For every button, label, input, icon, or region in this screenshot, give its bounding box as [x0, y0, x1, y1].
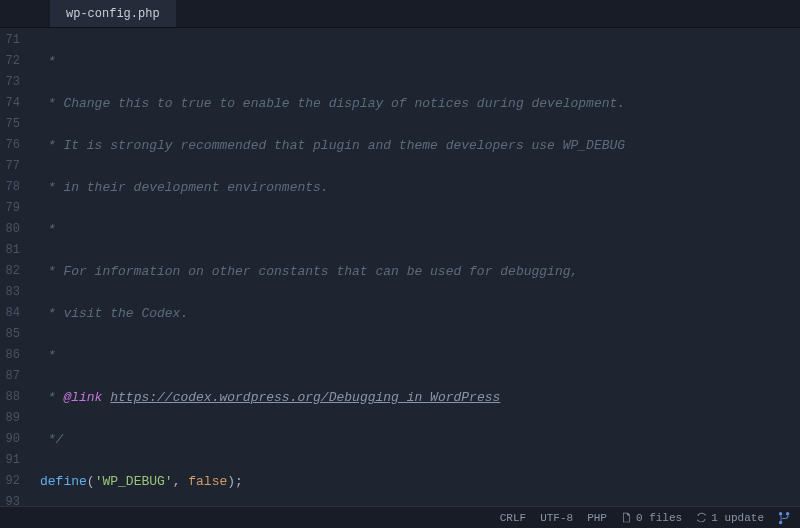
line-number: 75	[5, 114, 20, 135]
line-number: 90	[5, 429, 20, 450]
line-number: 80	[5, 219, 20, 240]
line-number: 92	[5, 471, 20, 492]
line-number: 87	[5, 366, 20, 387]
line-number: 88	[5, 387, 20, 408]
code-line: * visit the Codex.	[40, 303, 800, 324]
line-number: 73	[5, 72, 20, 93]
line-number: 79	[5, 198, 20, 219]
code-line: *	[40, 345, 800, 366]
status-git-files[interactable]: 0 files	[621, 512, 682, 524]
code-line: * Change this to true to enable the disp…	[40, 93, 800, 114]
line-number: 93	[5, 492, 20, 506]
line-number: 85	[5, 324, 20, 345]
line-number: 86	[5, 345, 20, 366]
editor-pane[interactable]: 71 72 73 74 75 76 77 78 79 80 81 82 83 8…	[0, 28, 800, 506]
git-branch-icon[interactable]	[778, 511, 792, 525]
status-line-ending[interactable]: CRLF	[500, 512, 526, 524]
line-number: 74	[5, 93, 20, 114]
code-line: */	[40, 429, 800, 450]
line-number: 83	[5, 282, 20, 303]
code-line: *	[40, 219, 800, 240]
tab-bar: wp-config.php	[0, 0, 800, 28]
code-line: * For information on other constants tha…	[40, 261, 800, 282]
code-area[interactable]: * * Change this to true to enable the di…	[30, 28, 800, 506]
code-line: define('WP_DEBUG', false);	[40, 471, 800, 492]
line-number: 72	[5, 51, 20, 72]
code-line: * @link https://codex.wordpress.org/Debu…	[40, 387, 800, 408]
line-number: 71	[5, 30, 20, 51]
doc-link[interactable]: https://codex.wordpress.org/Debugging_in…	[110, 390, 500, 405]
status-bar: CRLF UTF-8 PHP 0 files 1 update	[0, 506, 800, 528]
line-number: 91	[5, 450, 20, 471]
tab-filename: wp-config.php	[66, 7, 160, 21]
code-line: * in their development environments.	[40, 177, 800, 198]
tab-spacer	[0, 0, 50, 27]
line-number: 77	[5, 156, 20, 177]
line-number: 76	[5, 135, 20, 156]
line-number: 78	[5, 177, 20, 198]
status-language[interactable]: PHP	[587, 512, 607, 524]
code-line: * It is strongly recommended that plugin…	[40, 135, 800, 156]
line-number: 89	[5, 408, 20, 429]
file-icon	[621, 512, 632, 523]
sync-icon	[696, 512, 707, 523]
line-number-gutter: 71 72 73 74 75 76 77 78 79 80 81 82 83 8…	[0, 28, 30, 506]
line-number: 81	[5, 240, 20, 261]
file-tab[interactable]: wp-config.php	[50, 0, 177, 27]
status-git-updates[interactable]: 1 update	[696, 512, 764, 524]
line-number: 84	[5, 303, 20, 324]
line-number: 82	[5, 261, 20, 282]
code-line: *	[40, 51, 800, 72]
status-encoding[interactable]: UTF-8	[540, 512, 573, 524]
